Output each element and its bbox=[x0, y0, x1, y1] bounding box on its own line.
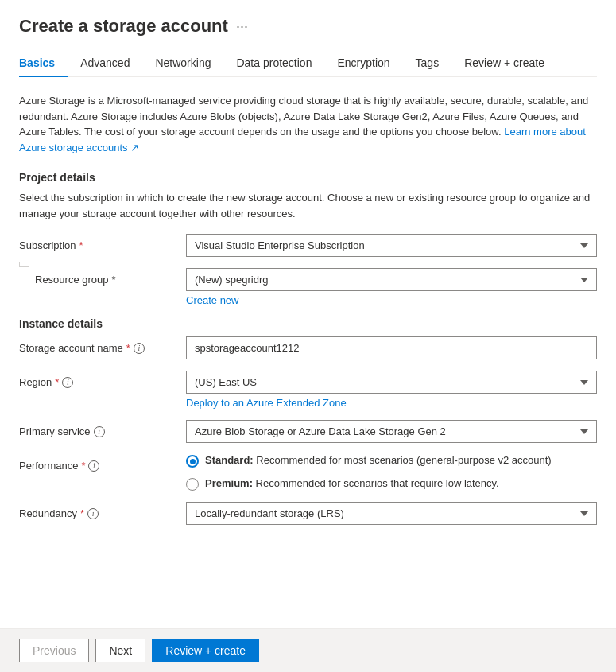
subscription-label: Subscription * bbox=[19, 234, 186, 251]
resource-group-label: Resource group * bbox=[35, 274, 116, 286]
performance-premium-label: Premium: Recommended for scenarios that … bbox=[205, 477, 499, 489]
tab-tags[interactable]: Tags bbox=[403, 50, 452, 77]
ellipsis-menu-icon[interactable]: ··· bbox=[236, 18, 248, 35]
region-required-marker: * bbox=[55, 376, 59, 388]
performance-premium-option[interactable]: Premium: Recommended for scenarios that … bbox=[186, 477, 597, 491]
storage-account-name-label: Storage account name * i bbox=[19, 336, 186, 354]
redundancy-control: Locally-redundant storage (LRS) bbox=[186, 502, 597, 525]
redundancy-info-icon[interactable]: i bbox=[87, 508, 99, 519]
region-info-icon[interactable]: i bbox=[62, 377, 73, 388]
performance-standard-label: Standard: Recommended for most scenarios… bbox=[205, 454, 552, 466]
project-details-description: Select the subscription in which to crea… bbox=[19, 190, 597, 221]
primary-service-info-icon[interactable]: i bbox=[94, 426, 105, 437]
redundancy-label: Redundancy * i bbox=[19, 502, 186, 519]
tab-review-create[interactable]: Review + create bbox=[451, 50, 557, 77]
resource-group-required-marker: * bbox=[112, 274, 116, 286]
performance-required-marker: * bbox=[81, 460, 85, 472]
performance-label: Performance * i bbox=[19, 454, 186, 472]
storage-name-info-icon[interactable]: i bbox=[134, 343, 145, 354]
subscription-required-marker: * bbox=[79, 239, 83, 251]
resource-group-label-area: Resource group * bbox=[19, 268, 186, 286]
performance-info-icon[interactable]: i bbox=[88, 460, 99, 472]
performance-control: Standard: Recommended for most scenarios… bbox=[186, 454, 597, 491]
page-header: Create a storage account ··· bbox=[19, 16, 597, 37]
performance-row: Performance * i Standard: Recommended fo… bbox=[19, 454, 597, 491]
storage-name-required-marker: * bbox=[126, 342, 130, 354]
performance-standard-radio[interactable] bbox=[186, 455, 199, 468]
previous-button[interactable]: Previous bbox=[19, 639, 89, 662]
storage-account-name-control bbox=[186, 336, 597, 359]
instance-details-title: Instance details bbox=[19, 317, 597, 330]
region-row: Region * i (US) East US Deploy to an Azu… bbox=[19, 371, 597, 409]
redundancy-required-marker: * bbox=[80, 507, 84, 519]
redundancy-select[interactable]: Locally-redundant storage (LRS) bbox=[186, 502, 597, 525]
page-title: Create a storage account bbox=[19, 16, 228, 37]
deploy-extended-zone-link[interactable]: Deploy to an Azure Extended Zone bbox=[186, 397, 347, 409]
primary-service-select[interactable]: Azure Blob Storage or Azure Data Lake St… bbox=[186, 420, 597, 443]
instance-details-section: Instance details Storage account name * … bbox=[19, 317, 597, 536]
region-label: Region * i bbox=[19, 371, 186, 388]
redundancy-row: Redundancy * i Locally-redundant storage… bbox=[19, 502, 597, 525]
region-control: (US) East US Deploy to an Azure Extended… bbox=[186, 371, 597, 409]
footer: Previous Next Review + create bbox=[0, 628, 616, 672]
storage-account-name-input[interactable] bbox=[186, 336, 597, 359]
tab-encryption[interactable]: Encryption bbox=[324, 50, 402, 77]
primary-service-label: Primary service i bbox=[19, 420, 186, 437]
tab-advanced[interactable]: Advanced bbox=[68, 50, 142, 77]
tab-data-protection[interactable]: Data protection bbox=[223, 50, 324, 77]
subscription-control: Visual Studio Enterprise Subscription bbox=[186, 234, 597, 257]
create-new-resource-group-link[interactable]: Create new bbox=[186, 294, 238, 306]
performance-radio-group: Standard: Recommended for most scenarios… bbox=[186, 454, 597, 491]
project-details-section: Project details Select the subscription … bbox=[19, 171, 597, 317]
primary-service-control: Azure Blob Storage or Azure Data Lake St… bbox=[186, 420, 597, 443]
resource-group-select[interactable]: (New) spegridrg bbox=[186, 268, 597, 291]
project-details-title: Project details bbox=[19, 171, 597, 184]
service-description: Azure Storage is a Microsoft-managed ser… bbox=[19, 93, 597, 155]
tab-networking[interactable]: Networking bbox=[142, 50, 223, 77]
primary-service-row: Primary service i Azure Blob Storage or … bbox=[19, 420, 597, 443]
resource-group-row: Resource group * (New) spegridrg Create … bbox=[19, 268, 597, 306]
review-create-button[interactable]: Review + create bbox=[152, 639, 259, 662]
tab-navigation: Basics Advanced Networking Data protecti… bbox=[19, 49, 597, 77]
subscription-select[interactable]: Visual Studio Enterprise Subscription bbox=[186, 234, 597, 257]
region-select[interactable]: (US) East US bbox=[186, 371, 597, 394]
resource-group-control: (New) spegridrg Create new bbox=[186, 268, 597, 306]
subscription-row: Subscription * Visual Studio Enterprise … bbox=[19, 234, 597, 257]
performance-premium-radio[interactable] bbox=[186, 478, 199, 491]
performance-standard-option[interactable]: Standard: Recommended for most scenarios… bbox=[186, 454, 597, 468]
next-button[interactable]: Next bbox=[95, 639, 145, 662]
storage-account-name-row: Storage account name * i bbox=[19, 336, 597, 359]
tab-basics[interactable]: Basics bbox=[19, 50, 68, 77]
